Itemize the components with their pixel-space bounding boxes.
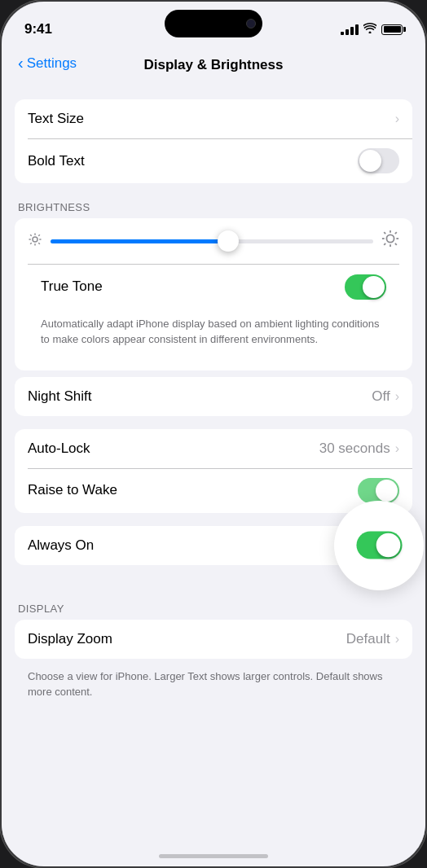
svg-line-8 bbox=[38, 235, 40, 236]
nav-bar: ‹ Settings Display & Brightness bbox=[2, 46, 425, 86]
auto-lock-value: 30 seconds bbox=[319, 441, 390, 457]
autolock-group: Auto-Lock 30 seconds › Raise to Wake bbox=[15, 429, 412, 513]
auto-lock-label: Auto-Lock bbox=[28, 441, 90, 457]
status-bar: 9:41 bbox=[2, 2, 425, 46]
svg-line-6 bbox=[38, 243, 40, 244]
bold-text-row[interactable]: Bold Text bbox=[15, 138, 412, 183]
raise-to-wake-toggle-thumb bbox=[376, 480, 398, 502]
true-tone-toggle-thumb bbox=[363, 276, 385, 298]
raise-to-wake-toggle[interactable] bbox=[358, 478, 399, 503]
display-zoom-chevron-icon: › bbox=[395, 632, 399, 647]
svg-line-17 bbox=[395, 232, 397, 234]
true-tone-label: True Tone bbox=[41, 278, 103, 295]
svg-line-5 bbox=[30, 235, 32, 236]
svg-point-9 bbox=[386, 235, 394, 242]
true-tone-toggle[interactable] bbox=[345, 274, 386, 300]
sun-large-icon bbox=[381, 230, 399, 252]
bold-text-label: Bold Text bbox=[28, 153, 85, 169]
back-chevron-icon: ‹ bbox=[18, 54, 24, 72]
night-shift-chevron-icon: › bbox=[395, 389, 399, 404]
brightness-slider-row[interactable] bbox=[28, 230, 399, 252]
home-indicator bbox=[159, 854, 268, 858]
display-zoom-label: Display Zoom bbox=[28, 631, 112, 647]
svg-point-0 bbox=[33, 237, 37, 242]
always-on-group: Always On bbox=[15, 526, 412, 565]
always-on-toggle-thumb bbox=[376, 533, 400, 558]
display-zoom-row[interactable]: Display Zoom Default › bbox=[15, 620, 412, 659]
brightness-group: True Tone Automatically adapt iPhone dis… bbox=[15, 218, 412, 370]
svg-line-7 bbox=[30, 243, 32, 244]
text-settings-group: Text Size › Bold Text bbox=[15, 99, 412, 183]
night-shift-label: Night Shift bbox=[28, 388, 91, 405]
always-on-toggle-highlight bbox=[334, 501, 424, 590]
text-size-chevron-icon: › bbox=[395, 112, 399, 126]
display-zoom-group: Display Zoom Default › bbox=[15, 620, 412, 659]
status-time: 9:41 bbox=[24, 21, 52, 37]
signal-icon bbox=[341, 24, 359, 35]
true-tone-description: Automatically adapt iPhone display based… bbox=[28, 309, 399, 359]
raise-to-wake-row[interactable]: Raise to Wake bbox=[15, 468, 412, 513]
display-zoom-right: Default › bbox=[346, 631, 399, 647]
text-size-label: Text Size bbox=[28, 111, 84, 127]
wifi-icon bbox=[363, 23, 376, 36]
display-zoom-value: Default bbox=[346, 631, 390, 647]
night-shift-value: Off bbox=[372, 388, 390, 405]
svg-line-14 bbox=[384, 232, 385, 234]
always-on-label: Always On bbox=[28, 537, 94, 554]
bold-text-toggle[interactable] bbox=[358, 148, 399, 173]
auto-lock-chevron-icon: › bbox=[395, 441, 399, 456]
brightness-section-label: BRIGHTNESS bbox=[2, 190, 425, 218]
back-label: Settings bbox=[27, 55, 77, 72]
svg-line-15 bbox=[395, 243, 397, 245]
phone-frame: 9:41 bbox=[0, 0, 427, 868]
status-icons bbox=[341, 23, 403, 36]
night-shift-row[interactable]: Night Shift Off › bbox=[15, 377, 412, 416]
auto-lock-right: 30 seconds › bbox=[319, 441, 399, 457]
text-size-right: › bbox=[395, 112, 399, 126]
true-tone-row[interactable]: True Tone bbox=[28, 265, 399, 309]
always-on-toggle[interactable] bbox=[356, 531, 402, 559]
text-size-row[interactable]: Text Size › bbox=[15, 99, 412, 138]
display-section-label: DISPLAY bbox=[2, 591, 425, 620]
dynamic-island bbox=[165, 10, 262, 37]
svg-line-16 bbox=[384, 243, 385, 245]
scroll-content: Text Size › Bold Text BRIGHTNESS bbox=[2, 86, 425, 868]
night-shift-right: Off › bbox=[372, 388, 399, 405]
back-button[interactable]: ‹ Settings bbox=[18, 55, 77, 72]
night-shift-group: Night Shift Off › bbox=[15, 377, 412, 416]
brightness-slider-fill bbox=[51, 239, 228, 243]
brightness-slider-track[interactable] bbox=[51, 239, 373, 243]
display-zoom-description: Choose a view for iPhone. Larger Text sh… bbox=[2, 665, 425, 712]
battery-icon bbox=[381, 24, 403, 35]
nav-title: Display & Brightness bbox=[144, 57, 284, 73]
sun-small-icon bbox=[28, 232, 42, 251]
brightness-slider-thumb[interactable] bbox=[218, 230, 239, 252]
camera-indicator bbox=[246, 19, 256, 28]
auto-lock-row[interactable]: Auto-Lock 30 seconds › bbox=[15, 429, 412, 468]
bold-text-toggle-thumb bbox=[359, 150, 381, 172]
raise-to-wake-label: Raise to Wake bbox=[28, 482, 117, 498]
